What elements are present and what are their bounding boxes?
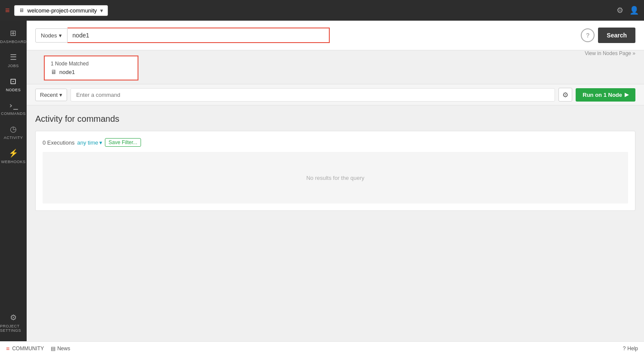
main-layout: ⊞ Dashboard ☰ Jobs ⊡ Nodes ›_ Commands ◷…	[0, 21, 644, 341]
sidebar-item-dashboard[interactable]: ⊞ Dashboard	[0, 24, 27, 48]
sidebar-bottom: ⚙ Project Settings	[0, 309, 27, 341]
news-link[interactable]: ▤ News	[51, 346, 70, 352]
dashboard-icon: ⊞	[10, 28, 17, 38]
search-bar-area: Nodes ▾ ? Search	[27, 21, 644, 50]
run-button[interactable]: Run on 1 Node ▶	[576, 88, 635, 102]
nodes-icon: ⊡	[10, 77, 17, 86]
sidebar-label-dashboard: Dashboard	[0, 40, 27, 44]
news-icon: ▤	[51, 346, 55, 352]
topbar-right: ⚙ 👤	[616, 6, 639, 15]
nodes-label: Nodes	[41, 32, 57, 39]
executions-header: 0 Executions any time ▾ Save Filter...	[43, 138, 628, 147]
run-button-arrow: ▶	[625, 92, 629, 98]
sidebar-label-commands: Commands	[1, 111, 26, 116]
run-button-label: Run on 1 Node	[583, 92, 622, 98]
no-results-text: No results for the query	[306, 175, 364, 181]
anytime-link[interactable]: any time ▾	[77, 139, 102, 146]
help-label: Help	[627, 346, 638, 352]
topbar: ≡ 🖥 welcome-project-community ▾ ⚙ 👤	[0, 0, 644, 21]
project-name: welcome-project-community	[28, 7, 97, 14]
no-results-area: No results for the query	[43, 152, 628, 204]
exec-count: 0 Executions	[43, 139, 74, 146]
search-button[interactable]: Search	[598, 28, 635, 43]
recent-dropdown-arrow: ▾	[59, 92, 62, 98]
help-icon-btn[interactable]: ?	[581, 28, 595, 42]
view-in-nodes-link[interactable]: View in Nodes Page »	[585, 50, 635, 56]
node-server-icon: 🖥	[51, 68, 57, 75]
bottom-left: ≡ COMMUNITY ▤ News	[6, 345, 70, 352]
user-icon[interactable]: 👤	[629, 6, 639, 15]
nodes-dropdown[interactable]: Nodes ▾	[35, 28, 67, 43]
content-main: Activity for commands 0 Executions any t…	[27, 105, 644, 341]
node-matched-name: node1	[59, 69, 75, 75]
sidebar: ⊞ Dashboard ☰ Jobs ⊡ Nodes ›_ Commands ◷…	[0, 21, 27, 341]
save-filter-button[interactable]: Save Filter...	[105, 138, 141, 147]
community-icon: ≡	[6, 345, 9, 352]
sidebar-label-jobs: Jobs	[8, 64, 19, 68]
help-link[interactable]: ? Help	[623, 346, 638, 352]
community-label: COMMUNITY	[12, 346, 44, 352]
sidebar-item-commands[interactable]: ›_ Commands	[0, 96, 27, 120]
bottom-bar: ≡ COMMUNITY ▤ News ? Help	[0, 341, 644, 355]
webhooks-icon: ⚡	[9, 148, 18, 158]
node-matched-item: 🖥 node1	[51, 68, 132, 75]
help-circle-icon: ?	[623, 346, 626, 352]
sidebar-item-nodes[interactable]: ⊡ Nodes	[0, 72, 27, 96]
sidebar-item-activity[interactable]: ◷ Activity	[0, 120, 27, 144]
anytime-label: any time	[77, 139, 98, 146]
jobs-icon: ☰	[10, 52, 17, 62]
recent-label: Recent	[40, 92, 58, 98]
project-dropdown-arrow: ▾	[100, 7, 103, 14]
search-input[interactable]	[67, 28, 330, 43]
recent-dropdown[interactable]: Recent ▾	[35, 89, 67, 101]
project-icon: 🖥	[19, 7, 24, 13]
project-settings-icon: ⚙	[10, 313, 17, 322]
node-matched-area: 1 Node Matched 🖥 node1	[44, 56, 138, 80]
activity-icon: ◷	[10, 124, 17, 134]
command-gear-button[interactable]: ⚙	[558, 88, 572, 102]
topbar-left: ≡ 🖥 welcome-project-community ▾	[5, 5, 108, 16]
hamburger-icon[interactable]: ≡	[5, 6, 10, 15]
command-row: Recent ▾ ⚙ Run on 1 Node ▶	[27, 84, 644, 105]
command-gear-icon: ⚙	[562, 91, 568, 99]
anytime-arrow: ▾	[99, 139, 102, 146]
news-label: News	[57, 346, 70, 352]
command-input[interactable]	[71, 88, 555, 102]
sidebar-label-nodes: Nodes	[6, 88, 21, 92]
commands-icon: ›_	[9, 101, 18, 110]
project-selector[interactable]: 🖥 welcome-project-community ▾	[14, 5, 108, 16]
sidebar-item-webhooks[interactable]: ⚡ Webhooks	[0, 144, 27, 168]
executions-panel: 0 Executions any time ▾ Save Filter... N…	[35, 131, 635, 211]
sidebar-item-project-settings[interactable]: ⚙ Project Settings	[0, 309, 27, 337]
sidebar-item-jobs[interactable]: ☰ Jobs	[0, 48, 27, 72]
node-matched-label: 1 Node Matched	[51, 61, 132, 67]
sidebar-label-project-settings: Project Settings	[0, 324, 27, 333]
settings-icon[interactable]: ⚙	[616, 6, 623, 15]
node-matched-wrapper: 1 Node Matched 🖥 node1 View in Nodes Pag…	[27, 50, 644, 80]
sidebar-label-activity: Activity	[4, 136, 23, 140]
sidebar-label-webhooks: Webhooks	[1, 160, 25, 164]
nodes-dropdown-arrow: ▾	[59, 32, 62, 39]
content: Nodes ▾ ? Search 1 Node Matched 🖥 node1 …	[27, 21, 644, 341]
activity-title: Activity for commands	[35, 114, 635, 124]
